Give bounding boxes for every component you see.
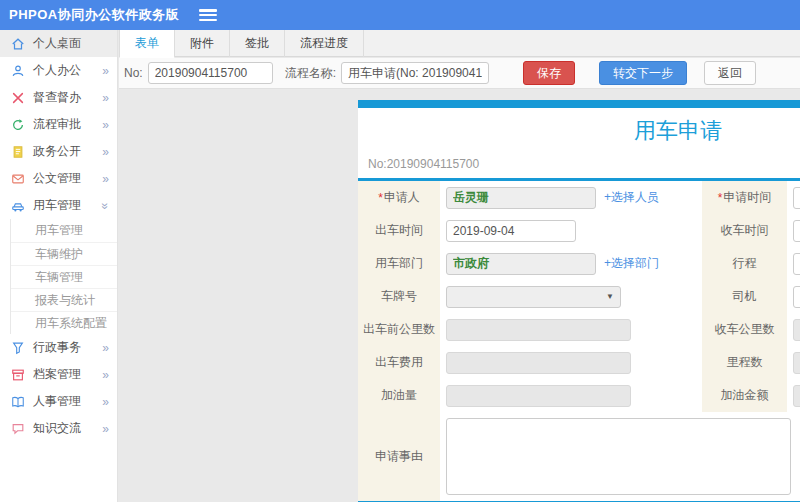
sidebar-item-archive-mgmt[interactable]: 档案管理 » (0, 361, 117, 388)
supervise-icon (10, 90, 25, 105)
field-label-reason: 申请事由 (358, 412, 440, 501)
sidebar-item-label: 公文管理 (33, 170, 102, 187)
home-icon (10, 36, 25, 51)
field-fuel-volume (440, 379, 702, 412)
envelope-icon (10, 171, 25, 186)
field-label-depart-time: 出车时间 (358, 214, 440, 247)
field-reason (440, 412, 800, 501)
sidebar-item-label: 流程审批 (33, 116, 102, 133)
app-title: PHPOA协同办公软件政务版 (0, 6, 179, 24)
mileage-input (793, 352, 800, 374)
return-time-input[interactable] (793, 220, 800, 242)
sidebar-item-knowledge[interactable]: 知识交流 » (0, 415, 117, 442)
reason-textarea[interactable] (446, 418, 791, 495)
field-label-trip-cost: 出车费用 (358, 346, 440, 379)
field-label-km-before: 出车前公里数 (358, 313, 440, 346)
field-label-km-after: 收车公里数 (702, 313, 787, 346)
no-input[interactable] (148, 62, 273, 84)
sidebar: 个人桌面 个人办公 » 督查督办 » 流程审批 » (0, 30, 118, 502)
archive-icon (10, 367, 25, 382)
driver-input[interactable] (793, 286, 800, 308)
chevron-right-icon: » (102, 422, 109, 436)
tab-form[interactable]: 表单 (119, 30, 175, 58)
field-apply-time (787, 181, 800, 214)
fuel-volume-input (446, 385, 631, 407)
select-dept-link[interactable]: +选择部门 (604, 255, 659, 272)
required-mark: * (378, 191, 383, 205)
km-after-input (793, 319, 800, 341)
chevron-down-icon: » (99, 202, 113, 209)
sidebar-item-personal-office[interactable]: 个人办公 » (0, 57, 117, 84)
sidebar-item-label: 档案管理 (33, 366, 102, 383)
field-fuel-cost (787, 379, 800, 412)
sidebar-item-label: 人事管理 (33, 393, 102, 410)
field-label-driver: 司机 (702, 280, 787, 313)
submenu-item-vehicle-maintain[interactable]: 车辆维护 (11, 242, 117, 265)
book-icon (10, 394, 25, 409)
sidebar-item-label: 个人桌面 (33, 35, 109, 52)
submenu-item-reports-stats[interactable]: 报表与统计 (11, 288, 117, 311)
field-label-trip: 行程 (702, 247, 787, 280)
sidebar-item-gov-public[interactable]: 政务公开 » (0, 138, 117, 165)
submenu-item-vehicle-mgmt[interactable]: 用车管理 (11, 219, 117, 242)
chevron-right-icon: » (102, 172, 109, 186)
field-return-time (787, 214, 800, 247)
field-label-return-time: 收车时间 (702, 214, 787, 247)
chevron-right-icon: » (102, 91, 109, 105)
app-window: PHPOA协同办公软件政务版 个人桌面 个人办公 » 督查督办 » (0, 0, 800, 502)
sidebar-item-process-approval[interactable]: 流程审批 » (0, 111, 117, 138)
required-mark: * (718, 191, 723, 205)
apply-time-input[interactable] (793, 187, 800, 209)
submenu-item-vehicle-admin[interactable]: 车辆管理 (11, 265, 117, 288)
vehicle-dept-input[interactable] (446, 253, 596, 275)
form-panel: 用车申请 No:20190904115700 * 申请人 +选择人员 * 申请时… (358, 100, 800, 502)
sidebar-item-label: 督查督办 (33, 89, 102, 106)
select-person-link[interactable]: +选择人员 (604, 189, 659, 206)
content-area: 用车申请 No:20190904115700 * 申请人 +选择人员 * 申请时… (119, 89, 800, 502)
trip-cost-input (446, 352, 631, 374)
fuel-cost-input (793, 385, 800, 407)
sidebar-item-vehicle-mgmt[interactable]: 用车管理 » (0, 192, 117, 219)
chevron-right-icon: » (102, 145, 109, 159)
sidebar-item-official-docs[interactable]: 公文管理 » (0, 165, 117, 192)
depart-time-input[interactable] (446, 220, 576, 242)
dropdown-arrow-icon: ▼ (606, 292, 614, 301)
tab-sign[interactable]: 签批 (230, 30, 285, 57)
applicant-input[interactable] (446, 187, 596, 209)
chevron-right-icon: » (102, 64, 109, 78)
km-before-input (446, 319, 631, 341)
flow-name-label: 流程名称: (285, 65, 336, 82)
tab-attachments[interactable]: 附件 (175, 30, 230, 57)
form-grid: * 申请人 +选择人员 * 申请时间 出车时间 (358, 181, 800, 501)
sidebar-item-admin-affairs[interactable]: 行政事务 » (0, 334, 117, 361)
field-label-applicant: * 申请人 (358, 181, 440, 214)
plate-number-select[interactable]: ▼ (446, 286, 621, 308)
chevron-right-icon: » (102, 395, 109, 409)
flow-name-input[interactable] (341, 62, 489, 84)
sidebar-item-supervision[interactable]: 督查督办 » (0, 84, 117, 111)
chat-icon (10, 421, 25, 436)
field-applicant: +选择人员 (440, 181, 702, 214)
save-button[interactable]: 保存 (523, 61, 575, 85)
field-label-apply-time: * 申请时间 (702, 181, 787, 214)
chevron-right-icon: » (102, 341, 109, 355)
field-label-vehicle-dept: 用车部门 (358, 247, 440, 280)
hamburger-menu-icon[interactable] (199, 9, 217, 21)
panel-top-accent (358, 100, 800, 108)
field-label-fuel-volume: 加油量 (358, 379, 440, 412)
funnel-icon (10, 340, 25, 355)
field-mileage (787, 346, 800, 379)
submenu-item-vehicle-config[interactable]: 用车系统配置 (11, 311, 117, 334)
field-label-fuel-cost: 加油金额 (702, 379, 787, 412)
field-km-after (787, 313, 800, 346)
form-title: 用车申请 (358, 108, 800, 151)
sidebar-item-label: 个人办公 (33, 62, 102, 79)
back-button[interactable]: 返回 (704, 61, 756, 85)
field-driver (787, 280, 800, 313)
forward-next-step-button[interactable]: 转交下一步 (599, 61, 687, 85)
field-depart-time (440, 214, 702, 247)
sidebar-item-hr-mgmt[interactable]: 人事管理 » (0, 388, 117, 415)
tab-process-progress[interactable]: 流程进度 (285, 30, 364, 57)
sidebar-item-personal-desktop[interactable]: 个人桌面 (0, 30, 117, 57)
trip-input[interactable] (793, 253, 800, 275)
